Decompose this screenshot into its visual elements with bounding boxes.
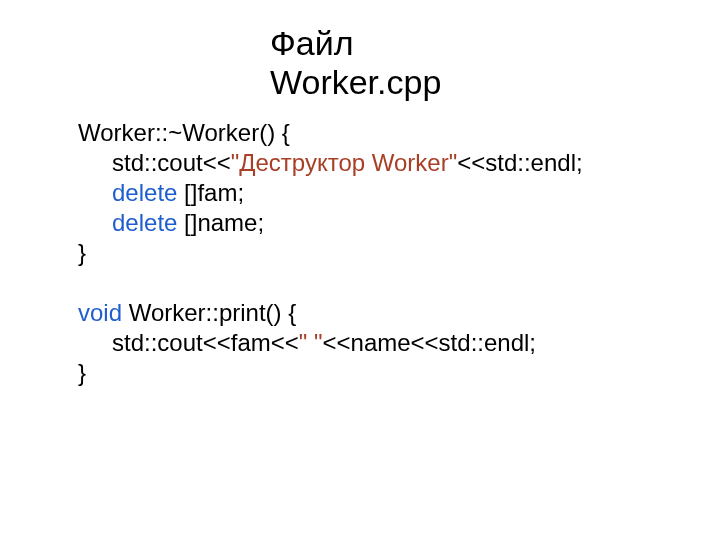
code-line-4b: []name; bbox=[177, 209, 264, 236]
code-line-2b: "Деструктор Worker" bbox=[231, 149, 457, 176]
code-line-7b: Worker::print() { bbox=[122, 299, 296, 326]
code-line-3a: delete bbox=[112, 179, 177, 206]
code-line-4a: delete bbox=[112, 209, 177, 236]
code-line-7a: void bbox=[78, 299, 122, 326]
code-line-9: } bbox=[78, 359, 86, 386]
slide: Файл Worker.cpp Worker::~Worker() { std:… bbox=[0, 0, 720, 540]
title-line-2: Worker.cpp bbox=[270, 63, 441, 101]
code-line-5: } bbox=[78, 239, 86, 266]
code-line-1: Worker::~Worker() { bbox=[78, 119, 290, 146]
slide-title: Файл Worker.cpp bbox=[270, 24, 650, 102]
code-block: Worker::~Worker() { std::cout<<"Деструкт… bbox=[78, 118, 678, 388]
title-line-1: Файл bbox=[270, 24, 354, 62]
code-line-2a: std::cout<< bbox=[112, 149, 231, 176]
code-line-8a: std::cout<<fam<< bbox=[112, 329, 299, 356]
code-line-8b: " " bbox=[299, 329, 323, 356]
code-line-2c: <<std::endl; bbox=[457, 149, 582, 176]
code-line-8c: <<name<<std::endl; bbox=[323, 329, 537, 356]
code-blank bbox=[78, 269, 85, 296]
code-line-3b: []fam; bbox=[177, 179, 244, 206]
